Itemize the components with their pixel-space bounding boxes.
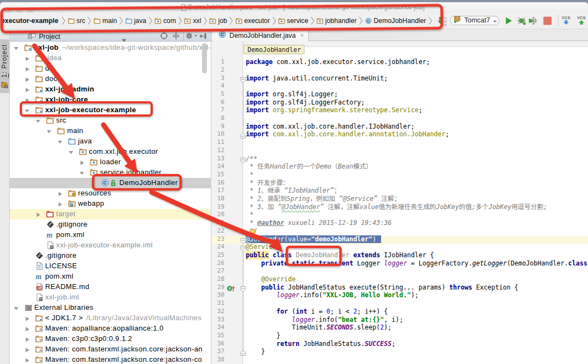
tree-row-demojobhandler[interactable]: C DemoJobHandler [10, 178, 211, 188]
tree-expanded-arrow-icon[interactable] [13, 305, 19, 313]
tree-row-doc[interactable]: doc [10, 74, 211, 84]
project-view-selector[interactable]: Project [27, 32, 60, 41]
tree-row--jdk1-7-[interactable]: < JDK1.7 >/Library/Java/JavaVirtualMachi… [10, 313, 211, 323]
code-token: ; i++) { [357, 308, 388, 315]
tree-row-xxl-job-iml[interactable]: xxl-job.iml [10, 292, 211, 303]
tree-row-label: LICENSE [45, 262, 77, 270]
code-token [246, 259, 261, 267]
tree-row-xxl-job-executor-example[interactable]: xxl-job-executor-example [10, 105, 211, 115]
vcs-commit-button[interactable]: VCS [575, 14, 588, 27]
code-line-9: import com.xxl.job.core.handler.IJobHand… [246, 123, 414, 131]
tree-row-pom-xml[interactable]: mpom.xml [10, 271, 211, 282]
tree-collapsed-arrow-icon[interactable] [79, 159, 85, 167]
tree-row-java[interactable]: java [10, 136, 211, 147]
project-tree-scrollbar[interactable] [202, 43, 207, 73]
tree-collapsed-arrow-icon[interactable] [57, 190, 63, 199]
tree-collapsed-arrow-icon[interactable] [24, 86, 30, 95]
code-token [246, 284, 261, 291]
tree-expanded-arrow-icon[interactable] [24, 107, 30, 115]
collapse-all-button[interactable] [170, 31, 182, 41]
tree-collapsed-arrow-icon[interactable] [24, 55, 30, 63]
hide-panel-button[interactable] [198, 31, 210, 41]
tree-row-label: .idea [45, 54, 62, 62]
coverage-button[interactable] [527, 14, 540, 27]
tree-row-xxl-job[interactable]: xxl-job~/workspaces/idea-git-workspace/g… [10, 43, 211, 53]
tree-collapsed-arrow-icon[interactable] [24, 357, 30, 364]
cjk-run: 用逗号分割 [511, 203, 543, 211]
tree-row-label: External Libraries [34, 303, 94, 311]
code-token: } [246, 332, 280, 339]
tree-row--gitignore[interactable]: .gitignore [10, 251, 211, 261]
mvn-icon: m [35, 272, 44, 282]
tree-row-src[interactable]: src [10, 115, 211, 126]
settings-gear-button[interactable] [186, 31, 198, 41]
code-token [246, 316, 292, 323]
code-line-20: * [246, 211, 253, 219]
tree-collapsed-arrow-icon[interactable] [24, 76, 30, 84]
run-button[interactable] [502, 14, 515, 27]
tree-expanded-arrow-icon[interactable] [68, 149, 74, 157]
tree-expanded-arrow-icon[interactable] [35, 118, 41, 126]
tree-collapsed-arrow-icon[interactable] [24, 66, 30, 74]
debug-button[interactable] [515, 14, 528, 27]
jdk-icon [35, 314, 44, 324]
tree-collapsed-arrow-icon[interactable] [35, 211, 41, 219]
code-token: @JobHander [281, 203, 320, 211]
tree-row-label: Maven: aopalliance:aopalliance:1.0 [45, 324, 164, 332]
cjk-run: 的值 [459, 203, 472, 211]
tree-row-loader[interactable]: loader [10, 157, 211, 167]
tree-expanded-arrow-icon[interactable] [13, 45, 19, 53]
tree-expanded-arrow-icon[interactable] [46, 128, 52, 136]
tree-collapsed-arrow-icon[interactable] [24, 346, 30, 355]
code-token [246, 291, 276, 299]
tree-row--idea[interactable]: .idea [10, 53, 211, 63]
stop-button[interactable] [541, 14, 554, 27]
project-stripe-label: 1: Project [1, 43, 9, 78]
tree-row-service-jobhandler[interactable]: service.jobhandler [10, 167, 211, 178]
tomcat-icon [453, 15, 462, 25]
tree-row-maven-com-fasterxml-jackson-core-jackson-an[interactable]: Maven: com.fasterxml.jackson.core:jackso… [10, 344, 211, 355]
tree-row-xxl-job-executor-example-iml[interactable]: xxl-job-executor-example.iml [10, 240, 211, 251]
tree-row-pom-xml[interactable]: mpom.xml [10, 230, 211, 240]
tree-row-maven-com-fasterxml-jackson-core-jackson-co[interactable]: Maven: com.fasterxml.jackson.core:jackso… [10, 355, 211, 364]
tree-row-label: pom.xml [56, 230, 85, 239]
tree-row-external-libraries[interactable]: External Libraries [10, 303, 211, 313]
tree-row-label: < JDK1.7 >/Library/Java/JavaVirtualMachi… [45, 314, 202, 322]
tree-row-resources[interactable]: resources [10, 188, 211, 199]
tree-row-xxl-job-admin[interactable]: xxl-job-admin [10, 84, 211, 95]
code-line-33: logger.info("beat at:{}", i); [246, 316, 403, 324]
run-configuration-select[interactable]: Tomcat7 [450, 16, 499, 25]
project-stripe-button[interactable]: 1: Project [0, 39, 9, 93]
tree-collapsed-arrow-icon[interactable] [24, 336, 30, 344]
project-panel-title: Project [39, 33, 60, 41]
tree-row-webapp[interactable]: webapp [10, 199, 211, 209]
tree-collapsed-arrow-icon[interactable] [24, 315, 30, 323]
code-token: transient [319, 259, 353, 267]
tree-row-maven-aopalliance-aopalliance-1-0[interactable]: Maven: aopalliance:aopalliance:1.0 [10, 323, 211, 334]
tree-expanded-arrow-icon[interactable] [79, 170, 85, 178]
tree-row-target[interactable]: target [10, 209, 211, 219]
tree-row-xxl-job-core[interactable]: xxl-job-core [10, 95, 211, 105]
locate-file-button[interactable] [158, 31, 170, 41]
tree-collapsed-arrow-icon[interactable] [24, 97, 30, 105]
vcs-update-button[interactable]: VCS [560, 14, 573, 27]
tree-expanded-arrow-icon[interactable] [57, 138, 63, 147]
code-line-28: @Override [246, 275, 296, 284]
tree-row-readme-md[interactable]: MREADME.md [10, 282, 211, 292]
folder-blue-icon [68, 137, 77, 147]
tree-row-db[interactable]: db [10, 63, 211, 74]
tree-collapsed-arrow-icon[interactable] [57, 201, 63, 209]
code-token: * [246, 211, 253, 218]
code-token: * 2、装配到Spring，例如加 “@Service” 注解； [246, 195, 400, 203]
tree-row-main[interactable]: main [10, 126, 211, 136]
code-token: .sleep( [353, 323, 380, 331]
intention-bulb-icon[interactable] [249, 228, 257, 239]
tree-collapsed-arrow-icon[interactable] [24, 326, 30, 334]
tree-row--gitignore[interactable]: .gitignore [10, 219, 211, 230]
cjk-run: 模式） [353, 163, 372, 170]
code-area[interactable]: package com.xxl.job.executor.service.job… [211, 30, 588, 364]
tree-row-maven-c3p0-c3p0-0-9-1-2[interactable]: Maven: c3p0:c3p0:0.9.1.2 [10, 334, 211, 344]
code-token [246, 340, 276, 348]
tree-row-com-xxl-job-executor[interactable]: com.xxl.job.executor [10, 147, 211, 157]
tree-row-license[interactable]: LICENSE [10, 261, 211, 271]
